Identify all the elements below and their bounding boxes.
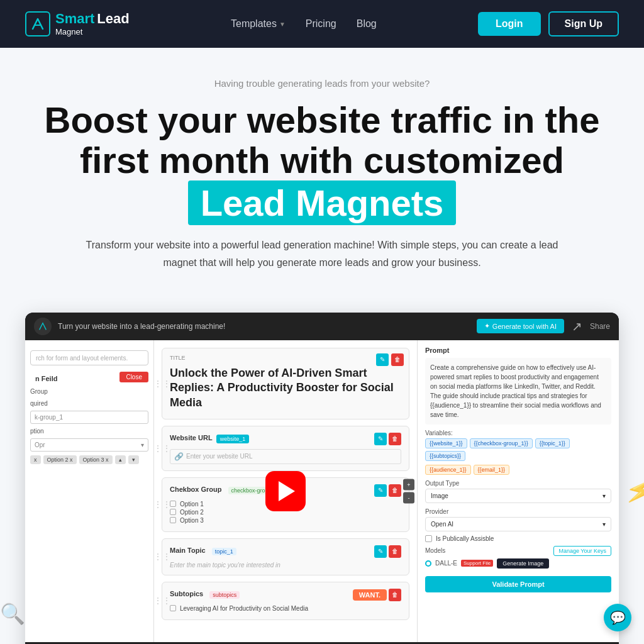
side-btn-1[interactable]: + bbox=[403, 479, 414, 490]
option-select[interactable]: Opr ▾ bbox=[30, 438, 148, 452]
manage-keys-button[interactable]: Manage Your Keys bbox=[553, 546, 611, 556]
tag-x-item: x bbox=[30, 455, 41, 464]
delete-checkbox-button[interactable]: 🗑 bbox=[389, 484, 401, 497]
edit-topic-button[interactable]: ✎ bbox=[374, 545, 387, 558]
drag-handle-topic[interactable]: ⋮⋮ bbox=[154, 552, 171, 562]
element-search-input[interactable]: rch for form and layout elements. bbox=[30, 350, 148, 365]
video-content: rch for form and layout elements. n Feil… bbox=[25, 340, 619, 642]
nav-pricing[interactable]: Pricing bbox=[306, 18, 336, 30]
lightning-decoration: ⚡ bbox=[622, 472, 644, 509]
subtopics-tag: subtopics bbox=[209, 591, 240, 599]
hero-title: Boost your website traffic in the first … bbox=[39, 100, 605, 225]
required-section: quired bbox=[25, 397, 153, 409]
url-section: ⋮⋮ Website URL website_1 ✎ 🗑 🔗 Enter you… bbox=[162, 426, 409, 471]
variables-label: Variables: bbox=[425, 430, 611, 436]
subtopics-label: Subtopics bbox=[170, 590, 203, 597]
delete-subtopics-button[interactable]: 🗑 bbox=[389, 589, 401, 601]
want-badge: WANT. bbox=[353, 589, 387, 601]
video-topbar-left: Turn your website into a lead-generating… bbox=[34, 318, 225, 335]
checkbox-box-2[interactable] bbox=[170, 509, 176, 515]
url-tag: website_1 bbox=[216, 435, 250, 443]
templates-chevron-icon: ▼ bbox=[279, 21, 286, 28]
edit-checkbox-button[interactable]: ✎ bbox=[374, 484, 387, 497]
logo-icon bbox=[25, 11, 50, 36]
nav-buttons: Login Sign Up bbox=[478, 11, 619, 36]
link-icon: 🔗 bbox=[174, 452, 184, 461]
output-type-select[interactable]: Image ▾ bbox=[425, 489, 611, 503]
play-button[interactable] bbox=[265, 471, 306, 511]
drag-handle-title[interactable]: ⋮⋮ bbox=[154, 379, 171, 389]
close-field-button[interactable]: Close bbox=[119, 372, 148, 382]
var-checkbox-group: {{checkbox-group_1}} bbox=[470, 438, 533, 448]
navbar: Smart Lead Magnet Templates ▼ Pricing Bl… bbox=[0, 0, 644, 48]
side-btn-2[interactable]: - bbox=[403, 492, 414, 503]
signup-button[interactable]: Sign Up bbox=[548, 11, 619, 36]
generate-image-button[interactable]: Generate Image bbox=[497, 558, 549, 569]
models-header: Models Manage Your Keys bbox=[425, 546, 611, 556]
nav-templates[interactable]: Templates ▼ bbox=[231, 18, 286, 30]
hero-subtitle: Having trouble generating leads from you… bbox=[25, 78, 619, 89]
video-topbar-right: ✦ Generate tool with AI ↗ Share bbox=[477, 319, 610, 334]
subtopic-checkbox-1[interactable] bbox=[170, 605, 176, 611]
publicly-accessible-row: Is Publically Assisble bbox=[425, 535, 611, 542]
topic-tag: topic_1 bbox=[212, 548, 236, 555]
title-section: Title ✎ 🗑 ⋮⋮ Unlock the Power of AI-Driv… bbox=[162, 348, 409, 419]
title-section-label: Title bbox=[170, 355, 186, 361]
subtopics-section: ⋮⋮ Subtopics subtopics WANT. 🗑 Leveragin… bbox=[162, 582, 409, 620]
checkbox-option3[interactable]: Option 3 bbox=[170, 517, 401, 524]
wand-icon: ✦ bbox=[484, 322, 490, 330]
topic-label: Main Topic bbox=[170, 547, 206, 554]
remove-tag[interactable]: ▾ bbox=[128, 455, 139, 464]
prompt-text: Create a comprehensive guide on how to e… bbox=[425, 358, 611, 425]
delete-title-button[interactable]: 🗑 bbox=[391, 353, 404, 366]
delete-url-button[interactable]: 🗑 bbox=[389, 433, 401, 445]
provider-select[interactable]: Open AI ▾ bbox=[425, 517, 611, 531]
video-topbar: Turn your website into a lead-generating… bbox=[25, 313, 619, 340]
add-tag[interactable]: ▴ bbox=[115, 455, 126, 464]
drag-handle-url[interactable]: ⋮⋮ bbox=[154, 443, 171, 453]
side-mini-buttons: + - bbox=[403, 479, 414, 503]
topic-section: ⋮⋮ Main Topic topic_1 ✎ 🗑 Enter the main… bbox=[162, 538, 409, 575]
dalle-label: DALL-E bbox=[435, 560, 457, 567]
checkbox-box-3[interactable] bbox=[170, 517, 176, 523]
left-panel: rch for form and layout elements. n Feil… bbox=[25, 340, 154, 642]
nav-blog[interactable]: Blog bbox=[357, 18, 377, 30]
url-input[interactable]: 🔗 Enter your website URL bbox=[170, 449, 401, 464]
group-input[interactable]: k-group_1 bbox=[30, 411, 148, 424]
edit-title-button[interactable]: ✎ bbox=[376, 353, 389, 366]
publicly-accessible-checkbox[interactable] bbox=[425, 535, 432, 542]
play-triangle-icon bbox=[279, 481, 295, 501]
panel-field-header: n Feild Close bbox=[25, 369, 153, 386]
provider-chevron-icon: ▾ bbox=[602, 521, 606, 528]
prompt-section-label: Prompt bbox=[425, 347, 611, 354]
dalle-radio[interactable] bbox=[425, 560, 431, 567]
var-subtopics: {{subtopics}} bbox=[425, 451, 465, 461]
subtopic-item-1: Leveraging AI for Productivity on Social… bbox=[170, 605, 401, 612]
generate-ai-button[interactable]: ✦ Generate tool with AI bbox=[477, 319, 564, 333]
chat-button[interactable]: 💬 bbox=[604, 604, 631, 631]
logo-lead: Lead bbox=[97, 11, 129, 27]
drag-handle-subtopics[interactable]: ⋮⋮ bbox=[154, 596, 171, 606]
chevron-down-icon: ▾ bbox=[141, 441, 144, 448]
topic-placeholder: Enter the main topic you're interested i… bbox=[170, 562, 401, 569]
share-icon[interactable]: ↗ bbox=[572, 319, 582, 334]
edit-url-button[interactable]: ✎ bbox=[374, 433, 387, 445]
publicly-accessible-label: Is Publically Assisble bbox=[436, 535, 494, 542]
support-file-badge: Support File bbox=[461, 560, 493, 567]
drag-handle-checkbox[interactable]: ⋮⋮ bbox=[154, 499, 171, 509]
validate-prompt-button[interactable]: Validate Prompt bbox=[425, 576, 611, 592]
dalle-row: DALL-E Support File Generate Image bbox=[425, 558, 611, 569]
logo[interactable]: Smart Lead Magnet bbox=[25, 11, 130, 37]
models-label: Models bbox=[425, 547, 445, 554]
tag-row: x Option 2 x Option 3 x ▴ ▾ bbox=[25, 453, 153, 467]
title-text: Unlock the Power of AI-Driven Smart Repl… bbox=[170, 366, 401, 410]
variables-row-2: {{audience_1}} {{email_1}} bbox=[425, 465, 611, 475]
delete-topic-button[interactable]: 🗑 bbox=[389, 545, 401, 558]
center-panel: Title ✎ 🗑 ⋮⋮ Unlock the Power of AI-Driv… bbox=[154, 340, 418, 642]
login-button[interactable]: Login bbox=[478, 12, 541, 36]
logo-smart: Smart bbox=[55, 11, 94, 27]
share-label: Share bbox=[590, 322, 610, 331]
video-wrapper: Turn your website into a lead-generating… bbox=[25, 313, 619, 644]
output-type-label: Output Type bbox=[425, 480, 611, 487]
brand-name: Smart Lead Magnet bbox=[55, 11, 130, 37]
